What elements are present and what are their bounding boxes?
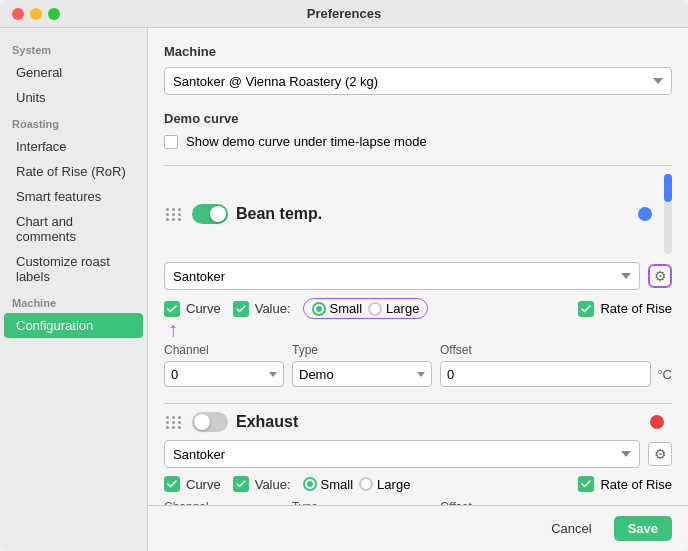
drag-dot xyxy=(172,213,175,216)
exhaust-size-small[interactable]: Small xyxy=(303,477,354,492)
bean-temp-size-large-label: Large xyxy=(386,301,419,316)
sidebar-item-customize-labels[interactable]: Customize roast labels xyxy=(4,249,143,289)
exhaust-size-small-label: Small xyxy=(321,477,354,492)
bean-temp-ror-checkbox[interactable] xyxy=(578,301,594,317)
drag-dot xyxy=(178,208,181,211)
machine-section-header: Machine xyxy=(164,44,672,59)
bean-temp-value-checkbox[interactable] xyxy=(233,301,249,317)
drag-dot xyxy=(166,426,169,429)
exhaust-device-select[interactable]: Santoker xyxy=(164,440,640,468)
up-arrow-annotation: ↑ xyxy=(168,318,178,341)
sidebar-item-chart-comments[interactable]: Chart and comments xyxy=(4,209,143,249)
main-panel: Machine Santoker @ Vienna Roastery (2 kg… xyxy=(148,28,688,551)
exhaust-ror-label: Rate of Rise xyxy=(600,477,672,492)
exhaust-type-group: Type Demo xyxy=(292,500,432,505)
bean-temp-offset-group: Offset °C xyxy=(440,343,672,387)
exhaust-radio-large[interactable] xyxy=(359,477,373,491)
exhaust-ror-checkbox[interactable] xyxy=(578,476,594,492)
bean-temp-drag-handle[interactable] xyxy=(164,206,184,223)
bean-temp-size-small[interactable]: Small xyxy=(312,301,363,316)
bean-temp-device-select[interactable]: Santoker xyxy=(164,262,640,290)
bean-temp-props-row: Channel 0 Type Demo Offset xyxy=(164,343,672,387)
sidebar-item-ror[interactable]: Rate of Rise (RoR) xyxy=(4,159,143,184)
bean-temp-options-wrapper: Curve Value: Small xyxy=(164,298,672,319)
exhaust-gear-button[interactable]: ⚙ xyxy=(648,442,672,466)
bean-temp-channel-select[interactable]: 0 xyxy=(164,361,284,387)
drag-dot xyxy=(178,426,181,429)
traffic-lights xyxy=(12,8,60,20)
demo-curve-checkbox[interactable] xyxy=(164,135,178,149)
sidebar: System General Units Roasting Interface … xyxy=(0,28,148,551)
demo-curve-header: Demo curve xyxy=(164,111,672,126)
sidebar-item-interface[interactable]: Interface xyxy=(4,134,143,159)
titlebar: Preferences xyxy=(0,0,688,28)
drag-dot xyxy=(172,426,175,429)
channel-exhaust: Exhaust Santoker ⚙ xyxy=(164,412,672,505)
machine-select[interactable]: Santoker @ Vienna Roastery (2 kg) xyxy=(164,67,672,95)
bean-temp-toggle[interactable] xyxy=(192,204,228,224)
exhaust-size-large-label: Large xyxy=(377,477,410,492)
bean-temp-gear-button[interactable]: ⚙ xyxy=(648,264,672,288)
bean-temp-unit: °C xyxy=(657,367,672,382)
demo-curve-section: Demo curve Show demo curve under time-la… xyxy=(164,111,672,149)
bean-temp-color-dot xyxy=(638,207,652,221)
exhaust-color-dot xyxy=(650,415,664,429)
demo-curve-label: Show demo curve under time-lapse mode xyxy=(186,134,427,149)
section-roasting-label: Roasting xyxy=(0,110,147,134)
exhaust-name: Exhaust xyxy=(236,413,642,431)
section-system-label: System xyxy=(0,36,147,60)
minimize-button[interactable] xyxy=(30,8,42,20)
bean-temp-curve-label: Curve xyxy=(186,301,221,316)
channel-bean-temp: Bean temp. Santoker xyxy=(164,174,672,387)
exhaust-toggle[interactable] xyxy=(192,412,228,432)
bean-temp-offset-input-row: °C xyxy=(440,361,672,387)
sidebar-item-units[interactable]: Units xyxy=(4,85,143,110)
bean-temp-size-small-label: Small xyxy=(330,301,363,316)
bean-temp-ror-label: Rate of Rise xyxy=(600,301,672,316)
checkmark-icon xyxy=(236,304,246,314)
exhaust-header-row: Exhaust xyxy=(164,412,672,432)
exhaust-channel-group: Channel 0 xyxy=(164,500,284,505)
content-area: System General Units Roasting Interface … xyxy=(0,28,688,551)
drag-dot xyxy=(172,421,175,424)
exhaust-curve-checkbox[interactable] xyxy=(164,476,180,492)
exhaust-size-large[interactable]: Large xyxy=(359,477,410,492)
save-button[interactable]: Save xyxy=(614,516,672,541)
bean-temp-radio-large[interactable] xyxy=(368,302,382,316)
bean-temp-type-select[interactable]: Demo xyxy=(292,361,432,387)
bean-temp-name: Bean temp. xyxy=(236,205,630,223)
exhaust-size-radio-group: Small Large xyxy=(303,477,411,492)
window-title: Preferences xyxy=(307,6,381,21)
bean-temp-radio-small[interactable] xyxy=(312,302,326,316)
footer: Cancel Save xyxy=(148,505,688,551)
bean-temp-size-large[interactable]: Large xyxy=(368,301,419,316)
drag-dot xyxy=(172,208,175,211)
bean-temp-type-label: Type xyxy=(292,343,432,357)
drag-dot xyxy=(172,218,175,221)
drag-dot xyxy=(166,218,169,221)
sidebar-item-configuration[interactable]: Configuration xyxy=(4,313,143,338)
preferences-window: Preferences System General Units Roastin… xyxy=(0,0,688,551)
bean-temp-offset-input[interactable] xyxy=(440,361,651,387)
exhaust-drag-handle[interactable] xyxy=(164,414,184,431)
exhaust-value-checkbox[interactable] xyxy=(233,476,249,492)
checkmark-icon xyxy=(167,304,177,314)
cancel-button[interactable]: Cancel xyxy=(537,516,605,541)
maximize-button[interactable] xyxy=(48,8,60,20)
main-content: Machine Santoker @ Vienna Roastery (2 kg… xyxy=(148,28,688,505)
exhaust-ror-row: Rate of Rise xyxy=(578,476,672,492)
sidebar-item-smart-features[interactable]: Smart features xyxy=(4,184,143,209)
checkmark-icon xyxy=(581,479,591,489)
exhaust-radio-small[interactable] xyxy=(303,477,317,491)
bean-temp-toggle-knob xyxy=(210,206,226,222)
scrollbar-track[interactable] xyxy=(664,174,672,254)
bean-temp-header-row: Bean temp. xyxy=(164,174,672,254)
machine-select-row: Santoker @ Vienna Roastery (2 kg) xyxy=(164,67,672,95)
sidebar-item-general[interactable]: General xyxy=(4,60,143,85)
close-button[interactable] xyxy=(12,8,24,20)
exhaust-select-row: Santoker ⚙ xyxy=(164,440,672,468)
drag-dot xyxy=(178,213,181,216)
drag-dot xyxy=(178,421,181,424)
bean-temp-curve-checkbox[interactable] xyxy=(164,301,180,317)
gear-icon: ⚙ xyxy=(654,446,667,462)
